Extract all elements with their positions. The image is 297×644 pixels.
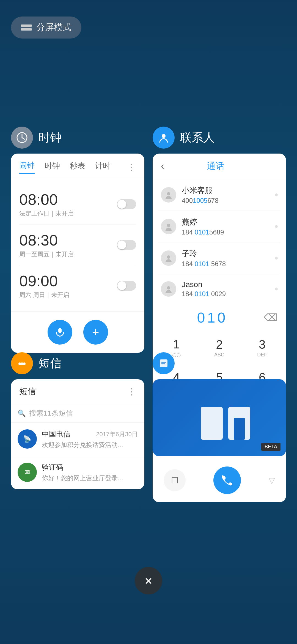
contact-item-1[interactable]: 燕婷 184 01015689	[158, 211, 280, 242]
svg-point-12	[23, 362, 26, 365]
contact-phone-0: 4001005678	[182, 197, 272, 204]
sms-search-icon: 🔍	[18, 410, 26, 417]
alarm-time-3: 09:00	[19, 272, 69, 290]
split-screen-icon	[21, 23, 32, 32]
contacts-app-header: 联系人	[153, 127, 286, 149]
contact-item-0[interactable]: 小米客服 4001005678	[158, 179, 280, 211]
svg-point-7	[167, 224, 170, 227]
sms-sender-0: 中国电信	[42, 429, 70, 439]
svg-point-6	[167, 192, 170, 195]
alarm-desc-2: 周一至周五｜未开启	[19, 250, 74, 258]
contact-dot-3	[275, 288, 278, 290]
svg-rect-16	[201, 407, 223, 440]
update-app-icon	[153, 352, 175, 374]
contact-dot-2	[275, 257, 278, 260]
contact-info-1: 燕婷 184 01015689	[182, 217, 272, 236]
sms-search-bar[interactable]: 🔍 搜索11条短信	[11, 404, 144, 423]
svg-point-9	[167, 286, 170, 290]
split-screen-label: 分屏模式	[36, 21, 72, 34]
clock-app-title: 时钟	[38, 130, 62, 145]
sms-preview-1: 你好！您的网上营业厅登录的随机密码为：	[42, 474, 124, 482]
contact-item-3[interactable]: Jason 184 0101 0029	[158, 274, 280, 304]
update-card: ⋮ BETA	[153, 379, 286, 456]
contacts-header: ‹ 通话	[153, 154, 286, 179]
sms-more-btn[interactable]: ⋮	[127, 386, 136, 397]
sms-card-header: 短信 ⋮	[11, 379, 144, 404]
contact-phone-2: 184 0101 5678	[182, 260, 272, 268]
tab-clock[interactable]: 时钟	[45, 161, 60, 173]
sms-content-0: 中国电信 2017年6月30日 欢迎参加积分兑换话费活动，每500分可兑换话费5…	[42, 429, 138, 449]
system-update-column: 系统更新 ⋮ BETA	[153, 352, 286, 489]
dialer-number: 010	[161, 309, 264, 326]
alarm-item-1: 08:00 法定工作日｜未开启	[19, 184, 136, 225]
sms-preview-0: 欢迎参加积分兑换话费活动，每500分可兑换话费5元，兑换话费请回复106或fch…	[42, 441, 124, 449]
split-screen-badge[interactable]: 分屏模式	[11, 17, 81, 39]
sms-item-1[interactable]: ✉ 验证码 你好！您的网上营业厅登录的随机密码为：	[11, 456, 144, 489]
alarm-item-2: 08:30 周一至周五｜未开启	[19, 225, 136, 265]
contact-phone-1: 184 01015689	[182, 228, 272, 236]
alarm-time-1: 08:00	[19, 190, 74, 208]
contact-info-2: 子玲 184 0101 5678	[182, 249, 272, 268]
update-app-header: 系统更新	[153, 352, 286, 374]
contacts-app-title: 联系人	[180, 130, 215, 145]
contact-name-1: 燕婷	[182, 217, 272, 227]
close-icon: ×	[145, 573, 152, 588]
contact-info-3: Jason 184 0101 0029	[182, 280, 272, 298]
sms-column: 短信 短信 ⋮ 🔍 搜索11条短信 📡 中国电信	[11, 352, 144, 489]
tab-alarm[interactable]: 闹钟	[19, 160, 35, 174]
clock-app-header: 时钟	[11, 127, 144, 149]
sms-search-placeholder: 搜索11条短信	[29, 408, 73, 418]
sms-card-title: 短信	[19, 386, 36, 397]
contact-avatar-0	[161, 187, 176, 203]
clock-footer: +	[11, 311, 144, 353]
alarm-info-2: 08:30 周一至周五｜未开启	[19, 231, 74, 258]
sms-sender-1: 验证码	[42, 463, 63, 472]
svg-rect-3	[58, 328, 62, 333]
sms-content-1: 验证码 你好！您的网上营业厅登录的随机密码为：	[42, 463, 138, 482]
contact-item-2[interactable]: 子玲 184 0101 5678	[158, 242, 280, 274]
sms-card: 短信 ⋮ 🔍 搜索11条短信 📡 中国电信 2017年6月30日	[11, 379, 144, 489]
contact-info-0: 小米客服 4001005678	[182, 185, 272, 204]
contact-dot-0	[275, 193, 278, 196]
dialer-input-row: 010 ⌫	[153, 304, 286, 331]
alarm-toggle-1[interactable]	[117, 199, 136, 209]
tab-stopwatch[interactable]: 秒表	[70, 161, 85, 173]
sms-app-title: 短信	[38, 356, 62, 371]
alarm-info-3: 09:00 周六 周日｜未开启	[19, 272, 69, 299]
sms-avatar-1: ✉	[18, 463, 37, 482]
contact-name-2: 子玲	[182, 249, 272, 259]
alarm-desc-1: 法定工作日｜未开启	[19, 209, 74, 218]
alarm-toggle-2[interactable]	[117, 240, 136, 250]
contact-list: 小米客服 4001005678 燕婷	[153, 179, 286, 304]
sms-time-0: 2017年6月30日	[96, 430, 138, 438]
contact-avatar-3	[161, 281, 176, 297]
add-alarm-icon: +	[92, 326, 99, 338]
svg-rect-13	[160, 359, 167, 367]
contacts-tab-title: 通话	[164, 160, 267, 172]
back-button[interactable]: ‹	[161, 160, 164, 172]
svg-point-8	[167, 255, 170, 259]
sms-avatar-0: 📡	[18, 429, 37, 449]
sms-app-icon	[11, 352, 33, 374]
alarm-desc-3: 周六 周日｜未开启	[19, 291, 69, 299]
close-button[interactable]: ×	[135, 567, 162, 594]
contact-avatar-2	[161, 250, 176, 266]
svg-point-5	[162, 134, 166, 138]
tab-timer[interactable]: 计时	[95, 161, 111, 173]
add-alarm-btn[interactable]: +	[83, 320, 108, 345]
sms-item-0[interactable]: 📡 中国电信 2017年6月30日 欢迎参加积分兑换话费活动，每500分可兑换话…	[11, 423, 144, 456]
contacts-app-icon	[153, 127, 175, 149]
contact-avatar-1	[161, 219, 176, 234]
clock-card: 闹钟 时钟 秒表 计时 ⋮ 08:00 法定工作日｜未开启	[11, 154, 144, 353]
contact-dot-1	[275, 225, 278, 228]
update-beta-label: BETA	[261, 443, 280, 451]
dialer-backspace-btn[interactable]: ⌫	[264, 312, 278, 323]
svg-line-2	[22, 138, 24, 139]
alarm-item-3: 09:00 周六 周日｜未开启	[19, 265, 136, 306]
update-app-title: 系统更新	[180, 356, 226, 371]
voice-btn[interactable]	[48, 320, 72, 345]
clock-tabs: 闹钟 时钟 秒表 计时 ⋮	[11, 154, 144, 178]
clock-more-btn[interactable]: ⋮	[127, 162, 136, 172]
alarm-toggle-3[interactable]	[117, 281, 136, 291]
sms-name-row-1: 验证码	[42, 463, 138, 472]
